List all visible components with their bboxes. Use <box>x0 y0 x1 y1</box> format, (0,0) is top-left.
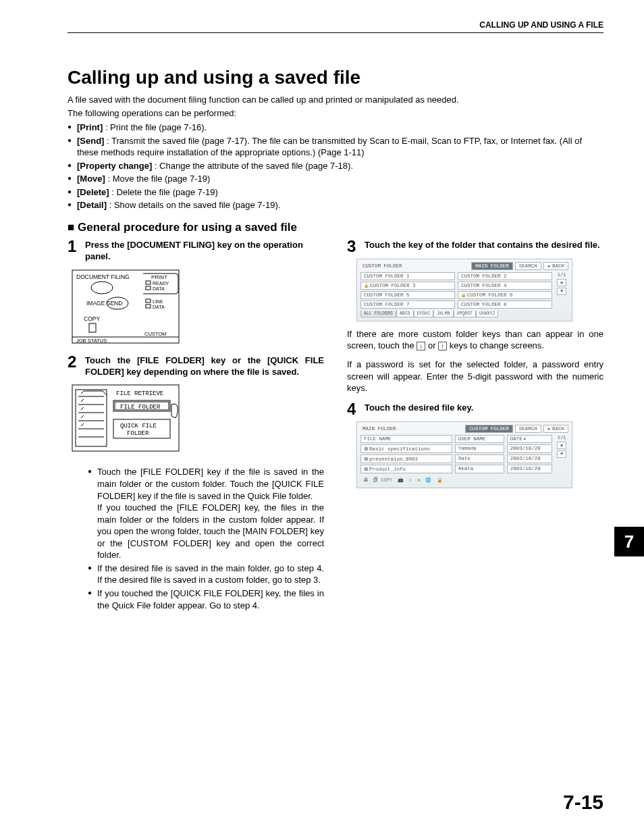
tab-uvwxyz[interactable]: UVWXYZ <box>476 311 498 317</box>
svg-text:COPY: COPY <box>84 315 100 322</box>
alphabet-tabs: ALL FOLDERS ABCD EFGHI JKLMN OPQRST UVWX… <box>360 311 568 317</box>
step-2-notes: Touch the [FILE FOLDER] key if the file … <box>88 466 324 611</box>
step-4: 4 Touch the desired file key. <box>347 401 603 417</box>
step-2-note-1: Touch the [FILE FOLDER] key if the file … <box>88 466 324 561</box>
scroll-up-button[interactable]: ▲ <box>557 279 566 286</box>
tab-jklmn[interactable]: JKLMN <box>433 311 454 317</box>
up-arrow-icon: ↑ <box>438 342 447 350</box>
intro-block: A file saved with the document filing fu… <box>68 94 603 119</box>
step-3-text: Touch the key of the folder that contain… <box>365 238 600 255</box>
mode-icons-bar: 🖶 🗐 COPY 📠 ⇧ ✉ 🌐 🔒 <box>360 476 568 484</box>
step-number-4: 4 <box>347 401 360 417</box>
op-move: [Move] : Move the file (page 7-19) <box>68 173 603 185</box>
tab-abcd[interactable]: ABCD <box>396 311 414 317</box>
svg-text:CUSTOM: CUSTOM <box>144 331 166 337</box>
operations-list: [Print] : Print the file (page 7-16). [S… <box>68 122 603 211</box>
step-1: 1 Press the [DOCUMENT FILING] key on the… <box>68 238 324 263</box>
back-button[interactable]: BACK <box>543 425 568 433</box>
page-title: Calling up and using a saved file <box>68 67 603 88</box>
intro-line-1: A file saved with the document filing fu… <box>68 94 603 106</box>
intro-line-2: The following operations can be performe… <box>68 107 603 120</box>
lock-icon: 🔒 <box>437 477 443 483</box>
panel-docfiling-label: DOCUMENT FILING <box>76 273 130 280</box>
tab-all[interactable]: ALL FOLDERS <box>360 311 396 317</box>
folder-key[interactable]: CUSTOM FOLDER 5 <box>360 291 455 299</box>
file-key[interactable]: 🗎presentaion_0903 <box>360 454 452 463</box>
left-column: 1 Press the [DOCUMENT FILING] key on the… <box>68 238 324 613</box>
file-date: 2003/10/20 <box>507 465 552 473</box>
scroll-down-button[interactable]: ▼ <box>557 288 566 295</box>
page-indicator: 1/1 <box>558 272 566 278</box>
tab-efghi[interactable]: EFGHI <box>414 311 434 317</box>
step-4-text: Touch the desired file key. <box>365 401 473 417</box>
main-folder-button[interactable]: MAIN FOLDER <box>471 262 513 270</box>
op-print: [Print] : Print the file (page 7-16). <box>68 122 603 134</box>
step-3: 3 Touch the key of the folder that conta… <box>347 238 603 255</box>
search-button[interactable]: SEARCH <box>515 425 541 433</box>
page-indicator: 1/1 <box>558 435 566 440</box>
folder-key[interactable]: CUSTOM FOLDER 7 <box>360 301 455 309</box>
folder-key[interactable]: CUSTOM FOLDER 8 <box>458 301 552 309</box>
folder-key-locked[interactable]: CUSTOM FOLDER 6 <box>458 291 552 299</box>
svg-text:READY: READY <box>153 281 169 286</box>
step-number-1: 1 <box>68 238 81 263</box>
down-arrow-icon: ↓ <box>417 342 425 350</box>
scroll-up-button[interactable]: ▲ <box>557 442 566 449</box>
op-send: [Send] : Transmit the saved file (page 7… <box>68 135 603 159</box>
file-date: 2003/10/20 <box>507 454 552 463</box>
file-key[interactable]: 🗎Product_info <box>360 465 452 473</box>
svg-text:QUICK FILE: QUICK FILE <box>120 423 157 429</box>
svg-text:DATA: DATA <box>153 305 165 309</box>
file-date: 2003/10/20 <box>507 444 552 453</box>
screen4-title: MAIN FOLDER <box>360 425 463 432</box>
step-3-para-2: If a password is set for the selected fo… <box>347 359 603 394</box>
step-3-para-1: If there are more custom folder keys tha… <box>347 328 603 352</box>
back-button[interactable]: BACK <box>543 262 568 270</box>
file-user: Sato <box>455 454 504 463</box>
svg-text:LINE: LINE <box>153 299 163 304</box>
file-list-screen: MAIN FOLDER CUSTOM FOLDER SEARCH BACK FI… <box>356 421 572 488</box>
op-delete: [Delete] : Delete the file (page 7-19) <box>68 186 603 199</box>
step-2-note-2: If the desired file is saved in the main… <box>88 563 324 586</box>
globe-icon: 🌐 <box>425 477 431 483</box>
step-1-text: Press the [DOCUMENT FILING] key on the o… <box>85 238 324 263</box>
scroll-down-button[interactable]: ▼ <box>557 450 566 458</box>
op-property-change: [Property change] : Change the attribute… <box>68 160 603 172</box>
file-user: Yamada <box>455 444 504 453</box>
svg-text:JOB STATUS: JOB STATUS <box>76 338 107 344</box>
svg-text:FILE RETRIEVE: FILE RETRIEVE <box>116 390 163 397</box>
page-number: 7-15 <box>563 791 603 814</box>
step-number-3: 3 <box>347 238 360 255</box>
folder-key[interactable]: CUSTOM FOLDER 1 <box>360 272 455 280</box>
col-date[interactable]: DATE <box>507 435 552 443</box>
col-username[interactable]: USER NAME <box>455 435 504 443</box>
custom-folder-button[interactable]: CUSTOM FOLDER <box>465 425 513 433</box>
send-icon: 📠 <box>398 477 404 483</box>
chapter-tab: 7 <box>614 527 644 556</box>
folder-key[interactable]: CUSTOM FOLDER 2 <box>458 272 552 280</box>
search-button[interactable]: SEARCH <box>515 262 541 270</box>
col-filename[interactable]: FILE NAME <box>360 435 452 443</box>
svg-text:DATA: DATA <box>153 286 165 291</box>
op-detail: [Detail] : Show details on the saved fil… <box>68 199 603 211</box>
scan-icon: ⇧ <box>409 477 412 483</box>
step-2: 2 Touch the [FILE FOLDER] key or the [QU… <box>68 354 324 378</box>
svg-text:PRINT: PRINT <box>151 274 167 280</box>
right-column: 3 Touch the key of the folder that conta… <box>347 238 603 613</box>
folder-key[interactable]: CUSTOM FOLDER 4 <box>458 282 552 290</box>
step-number-2: 2 <box>68 354 81 378</box>
file-user: Akata <box>455 465 504 473</box>
manual-page: CALLING UP AND USING A FILE Calling up a… <box>0 0 644 834</box>
file-retrieve-illustration: FILE RETRIEVE FILE FOLDER QUICK FILE FOL… <box>72 384 180 452</box>
ifax-icon: ✉ <box>417 477 420 483</box>
tab-opqrst[interactable]: OPQRST <box>454 311 476 317</box>
screen3-title: CUSTOM FOLDER <box>360 263 469 269</box>
running-header: CALLING UP AND USING A FILE <box>68 20 603 33</box>
folder-key-locked[interactable]: CUSTOM FOLDER 3 <box>360 282 455 290</box>
svg-text:FOLDER: FOLDER <box>127 430 149 437</box>
operation-panel-illustration: DOCUMENT FILING PRINT READY DATA IMAGE S… <box>72 269 180 344</box>
file-key[interactable]: 🗎Basic specifications <box>360 444 452 453</box>
svg-text:FILE FOLDER: FILE FOLDER <box>120 404 161 411</box>
copy-mode-icon: 🗐 COPY <box>373 477 392 483</box>
procedure-heading: General procedure for using a saved file <box>68 221 603 234</box>
